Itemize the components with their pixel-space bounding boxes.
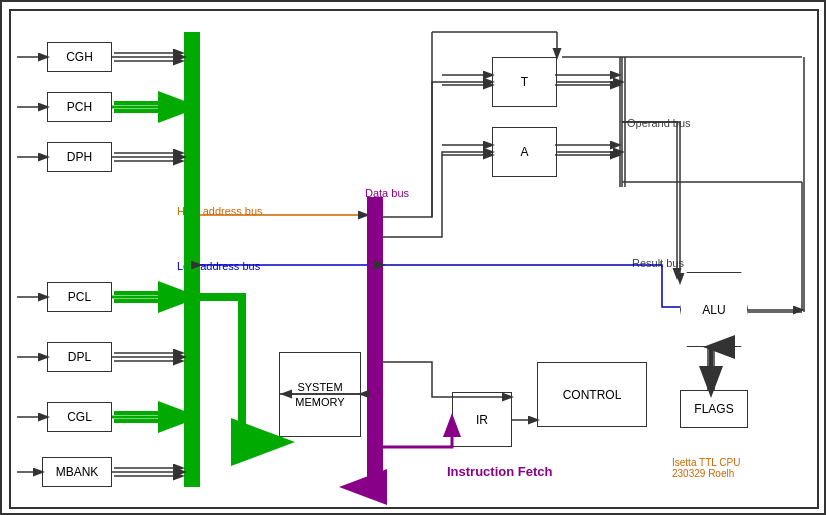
label-high-address-bus: High address bus — [177, 205, 263, 217]
box-CGL: CGL — [47, 402, 112, 432]
box-MBANK: MBANK — [42, 457, 112, 487]
box-IR: IR — [452, 392, 512, 447]
box-CONTROL: CONTROL — [537, 362, 647, 427]
box-DPL: DPL — [47, 342, 112, 372]
label-credit: Isetta TTL CPU 230329 Roelh — [672, 457, 740, 479]
svg-rect-18 — [367, 197, 383, 487]
box-T: T — [492, 57, 557, 107]
box-ALU: ALU — [680, 272, 748, 347]
box-FLAGS: FLAGS — [680, 390, 748, 428]
box-PCH: PCH — [47, 92, 112, 122]
box-A: A — [492, 127, 557, 177]
box-DPH: DPH — [47, 142, 112, 172]
svg-overlay — [2, 2, 826, 515]
label-low-address-bus: Low address bus — [177, 260, 260, 272]
system-memory-label: SYSTEM MEMORY — [295, 380, 344, 409]
box-system-memory: SYSTEM MEMORY — [279, 352, 361, 437]
label-operand-bus: Operand bus — [627, 117, 691, 129]
diagram-container: CGH PCH DPH PCL DPL CGL MBANK T A ALU FL… — [0, 0, 826, 515]
label-instruction-fetch: Instruction Fetch — [447, 464, 552, 479]
label-result-bus: Result bus — [632, 257, 684, 269]
label-data-bus: Data bus — [365, 187, 409, 199]
svg-rect-0 — [10, 10, 818, 508]
box-CGH: CGH — [47, 42, 112, 72]
box-PCL: PCL — [47, 282, 112, 312]
